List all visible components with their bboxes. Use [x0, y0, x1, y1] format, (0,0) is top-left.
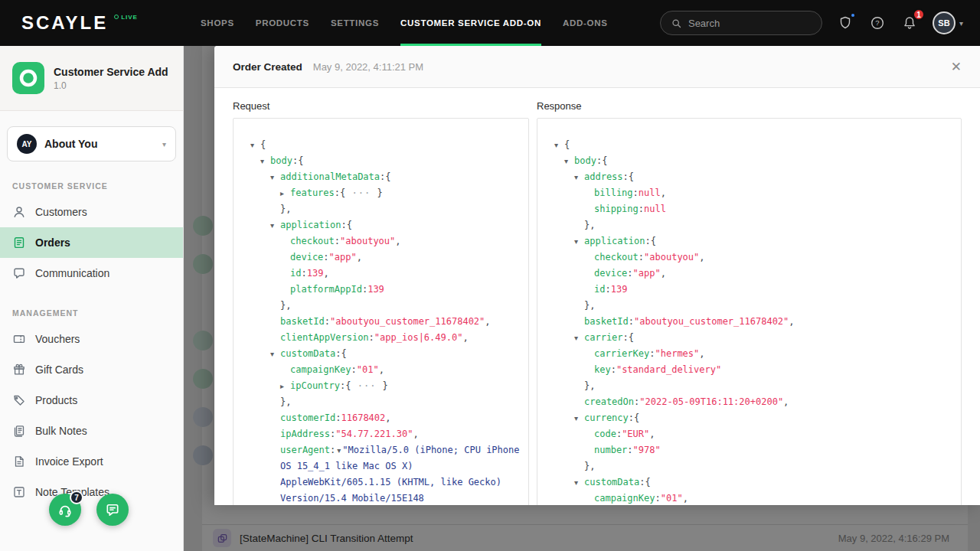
user-menu[interactable]: SB ▾: [933, 11, 963, 34]
sidebar-item-label: Vouchers: [35, 333, 80, 345]
invoice-icon: [12, 455, 26, 468]
json-number: 11678402: [341, 412, 385, 423]
json-line: },: [544, 378, 955, 394]
json-line: device:"app",: [240, 249, 522, 266]
json-punctuation: :{: [629, 412, 639, 423]
json-key: campaignKey: [290, 364, 351, 375]
sidebar-item-invoice-export[interactable]: Invoice Export: [0, 446, 183, 477]
sidebar-item-orders[interactable]: Orders: [0, 227, 183, 258]
request-json-viewer[interactable]: ▾{▾body:{▾additionalMetaData:{▸features:…: [233, 118, 529, 505]
json-collapsed: ···: [351, 380, 382, 391]
json-punctuation: ,: [683, 493, 688, 504]
close-icon[interactable]: ✕: [951, 60, 962, 73]
json-collapsed: ···: [345, 187, 377, 198]
nav-settings[interactable]: SETTINGS: [331, 0, 379, 46]
json-key: basketId: [280, 316, 325, 327]
nav-products[interactable]: PRODUCTS: [256, 0, 309, 46]
sidebar-item-note-templates[interactable]: Note Templates: [0, 477, 183, 507]
collapse-arrow-icon[interactable]: ▾: [574, 169, 584, 185]
sidebar: Customer Service Add-... 1.0 AY About Yo…: [0, 46, 184, 551]
collapse-arrow-icon[interactable]: ▾: [270, 169, 280, 185]
nav-shops[interactable]: SHOPS: [201, 0, 234, 46]
feedback-button[interactable]: [96, 494, 129, 526]
json-key: checkout: [290, 236, 335, 246]
json-key: shipping: [594, 204, 639, 214]
json-line: ▾carrier:{: [544, 330, 955, 346]
scayle-logo[interactable]: SCAYLE LIVE: [0, 0, 201, 46]
help-icon: ?: [870, 15, 885, 31]
modal-header: Order Created May 9, 2022, 4:11:21 PM ✕: [214, 46, 980, 88]
json-string: "aboutyou_customer_11678402": [634, 316, 789, 327]
section-label: CUSTOMER SERVICE: [12, 181, 171, 191]
collapse-arrow-icon[interactable]: ▾: [574, 410, 584, 426]
logo-text: SCAYLE: [21, 12, 108, 34]
collapse-arrow-icon[interactable]: ▾: [270, 217, 280, 233]
help-button[interactable]: ?: [868, 14, 887, 32]
avatar[interactable]: SB: [933, 11, 956, 34]
json-punctuation: },: [280, 300, 291, 311]
sidebar-item-label: Gift Cards: [35, 364, 83, 376]
voucher-icon: [12, 332, 26, 346]
collapse-arrow-icon[interactable]: ▾: [260, 153, 270, 169]
collapse-arrow-icon[interactable]: ▾: [250, 137, 260, 153]
sidebar-item-communication[interactable]: Communication: [0, 258, 183, 289]
sidebar-item-label: Invoice Export: [35, 455, 103, 468]
json-key: ipAddress: [280, 429, 330, 439]
response-column: Response ▾{▾body:{▾address:{billing:null…: [537, 100, 962, 505]
expand-arrow-icon[interactable]: ▸: [280, 185, 290, 201]
json-line: ▾additionalMetaData:{: [240, 169, 522, 185]
collapse-arrow-icon[interactable]: ▾: [574, 233, 584, 249]
json-line: ▾currency:{: [544, 410, 955, 426]
sidebar-item-label: Orders: [35, 236, 70, 249]
search-input[interactable]: Search: [660, 11, 822, 35]
live-label: LIVE: [121, 14, 138, 21]
expand-arrow-icon[interactable]: ▸: [280, 378, 290, 394]
json-key: userAgent: [280, 445, 330, 455]
json-key: billing: [594, 187, 633, 198]
notifications-button[interactable]: 1: [900, 14, 919, 32]
sidebar-item-vouchers[interactable]: Vouchers: [0, 324, 183, 354]
json-number: 139: [368, 284, 384, 295]
json-punctuation: ,: [789, 316, 794, 327]
sidebar-item-products[interactable]: Products: [0, 385, 183, 416]
json-punctuation: },: [280, 396, 291, 407]
collapse-arrow-icon[interactable]: ▾: [554, 137, 564, 153]
app-meta: Customer Service Add-... 1.0: [54, 66, 168, 91]
topbar-nav: SHOPSPRODUCTSSETTINGSCUSTOMER SERVICE AD…: [201, 0, 608, 46]
sidebar-sections: CUSTOMER SERVICECustomersOrdersCommunica…: [0, 181, 183, 507]
json-key: customData: [280, 348, 335, 359]
live-dot-icon: [114, 15, 119, 19]
chat-bubble-icon: [105, 502, 120, 517]
json-line: code:"EUR",: [544, 426, 955, 442]
collapse-arrow-icon[interactable]: ▾: [270, 346, 280, 362]
orders-icon: [12, 236, 26, 249]
json-key: platformAppId: [290, 284, 362, 295]
sidebar-item-bulk-notes[interactable]: Bulk Notes: [0, 416, 183, 446]
notes-icon: [12, 424, 26, 438]
sidebar-item-customers[interactable]: Customers: [0, 197, 183, 227]
nav-customer-service-add-on[interactable]: CUSTOMER SERVICE ADD-ON: [400, 0, 541, 46]
app-header: Customer Service Add-... 1.0: [0, 46, 183, 111]
collapse-arrow-icon[interactable]: ▾: [337, 446, 341, 455]
template-icon: [12, 485, 26, 499]
sidebar-item-gift-cards[interactable]: Gift Cards: [0, 354, 183, 385]
whats-new-button[interactable]: [836, 14, 854, 32]
collapse-arrow-icon[interactable]: ▾: [564, 153, 574, 169]
json-string: "01": [661, 493, 683, 504]
request-column: Request ▾{▾body:{▾additionalMetaData:{▸f…: [233, 100, 529, 505]
json-null: null: [639, 187, 661, 198]
json-string: "EUR": [622, 429, 649, 439]
support-button[interactable]: 7: [49, 494, 81, 526]
shop-avatar: AY: [17, 134, 37, 154]
collapse-arrow-icon[interactable]: ▾: [574, 330, 584, 346]
modal-body: Request ▾{▾body:{▾additionalMetaData:{▸f…: [214, 88, 980, 505]
response-json-viewer[interactable]: ▾{▾body:{▾address:{billing:null,shipping…: [537, 118, 962, 505]
json-punctuation: :: [627, 268, 632, 279]
collapse-arrow-icon[interactable]: ▾: [574, 474, 584, 491]
json-string: "2022-05-09T16:11:20+0200": [639, 396, 783, 407]
json-key: campaignKey: [594, 493, 655, 504]
shop-selector[interactable]: AY About You ▾: [7, 126, 176, 161]
json-string: "app_ios|6.49.0": [374, 332, 463, 343]
response-label: Response: [537, 100, 962, 112]
nav-add-ons[interactable]: ADD-ONS: [563, 0, 608, 46]
